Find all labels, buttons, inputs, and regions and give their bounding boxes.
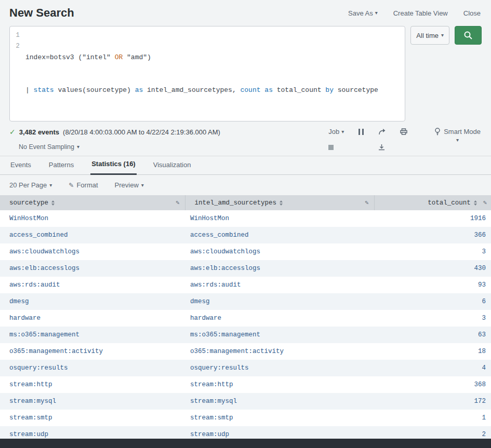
footer-bar — [0, 439, 491, 448]
column-header-sourcetype[interactable]: sourcetype ✎ — [0, 195, 185, 210]
events-line: ✓ 3,482 events (8/20/18 4:00:03.000 AM t… — [9, 128, 328, 136]
cell-sourcetype[interactable]: aws:rds:audit — [0, 277, 185, 293]
cell-total-count[interactable]: 1916 — [374, 210, 491, 227]
caret-down-icon: ▾ — [341, 129, 344, 134]
pencil-icon[interactable]: ✎ — [365, 199, 368, 207]
result-tabs: Events Patterns Statistics (16) Visualiz… — [0, 156, 491, 175]
cell-intel-amd-sourcetypes[interactable]: access_combined — [185, 227, 374, 243]
preview-dropdown[interactable]: Preview ▾ — [115, 181, 144, 189]
share-button[interactable] — [378, 128, 386, 135]
table-header-row: sourcetype ✎ intel_amd_sourcetypes ✎ tot… — [0, 195, 491, 210]
cell-intel-amd-sourcetypes[interactable]: WinHostMon — [185, 210, 374, 227]
cell-total-count[interactable]: 430 — [374, 260, 491, 277]
cell-sourcetype[interactable]: aws:cloudwatchlogs — [0, 243, 185, 260]
cell-total-count[interactable]: 18 — [374, 343, 491, 360]
cell-sourcetype[interactable]: ms:o365:management — [0, 327, 185, 343]
cell-intel-amd-sourcetypes[interactable]: osquery:results — [185, 360, 374, 376]
table-row: aws:rds:auditaws:rds:audit93 — [0, 277, 491, 293]
job-controls: Job ▾ — [328, 128, 407, 151]
cell-intel-amd-sourcetypes[interactable]: ms:o365:management — [185, 327, 374, 343]
tab-patterns[interactable]: Patterns — [48, 161, 75, 174]
cell-sourcetype[interactable]: access_combined — [0, 227, 185, 243]
column-header-total-count[interactable]: total_count ✎ — [374, 195, 491, 210]
table-row: stream:smtpstream:smtp1 — [0, 410, 491, 426]
preview-label: Preview — [115, 181, 139, 189]
query-segment: as — [264, 86, 273, 94]
checkmark-icon: ✓ — [9, 128, 16, 136]
table-row: o365:management:activityo365:management:… — [0, 343, 491, 360]
cell-intel-amd-sourcetypes[interactable]: hardware — [185, 310, 374, 327]
cell-sourcetype[interactable]: osquery:results — [0, 360, 185, 376]
cell-sourcetype[interactable]: o365:management:activity — [0, 343, 185, 360]
cell-total-count[interactable]: 63 — [374, 327, 491, 343]
cell-total-count[interactable]: 93 — [374, 277, 491, 293]
event-time-span: (8/20/18 4:00:03.000 AM to 4/22/24 2:19:… — [63, 128, 220, 136]
cell-intel-amd-sourcetypes[interactable]: aws:rds:audit — [185, 277, 374, 293]
page-title: New Search — [9, 6, 74, 20]
cell-sourcetype[interactable]: dmesg — [0, 293, 185, 310]
cell-intel-amd-sourcetypes[interactable]: stream:smtp — [185, 410, 374, 426]
create-table-view-button[interactable]: Create Table View — [393, 9, 448, 17]
time-range-picker[interactable]: All time ▾ — [410, 26, 449, 45]
save-as-button[interactable]: Save As ▾ — [348, 9, 378, 17]
pencil-icon: ✎ — [69, 182, 74, 189]
close-button[interactable]: Close — [463, 9, 481, 17]
cell-sourcetype[interactable]: hardware — [0, 310, 185, 327]
cell-total-count[interactable]: 368 — [374, 376, 491, 393]
tab-statistics[interactable]: Statistics (16) — [90, 160, 137, 175]
cell-total-count[interactable]: 6 — [374, 293, 491, 310]
print-icon — [400, 128, 407, 135]
per-page-dropdown[interactable]: 20 Per Page ▾ — [9, 181, 52, 189]
cell-intel-amd-sourcetypes[interactable]: o365:management:activity — [185, 343, 374, 360]
cell-total-count[interactable]: 3 — [374, 310, 491, 327]
query-segment: | — [25, 86, 34, 94]
tab-events[interactable]: Events — [9, 161, 32, 174]
stop-button[interactable] — [328, 145, 344, 150]
cell-sourcetype[interactable]: stream:smtp — [0, 410, 185, 426]
pencil-icon[interactable]: ✎ — [176, 199, 179, 207]
column-header-intel-amd-sourcetypes[interactable]: intel_amd_sourcetypes ✎ — [185, 195, 374, 210]
job-menu-button[interactable]: Job ▾ — [328, 128, 344, 135]
line-number-gutter: 1 2 — [10, 30, 25, 117]
tab-visualization[interactable]: Visualization — [152, 161, 192, 174]
query-line: | stats values(sourcetype) as intel_amd_… — [25, 85, 401, 96]
query-segment: total_count — [273, 86, 325, 94]
cell-intel-amd-sourcetypes[interactable]: stream:mysql — [185, 393, 374, 410]
cell-intel-amd-sourcetypes[interactable]: stream:http — [185, 376, 374, 393]
search-mode-dropdown[interactable]: Smart Mode ▾ — [434, 128, 481, 143]
cell-total-count[interactable]: 1 — [374, 410, 491, 426]
cell-total-count[interactable]: 4 — [374, 360, 491, 376]
top-actions: Save As ▾ Create Table View Close — [348, 9, 481, 17]
cell-sourcetype[interactable]: stream:mysql — [0, 393, 185, 410]
event-count: 3,482 events — [19, 128, 59, 136]
cell-total-count[interactable]: 366 — [374, 227, 491, 243]
sort-icon[interactable] — [280, 200, 283, 206]
query-segment: values(sourcetype) — [54, 86, 135, 94]
cell-sourcetype[interactable]: stream:http — [0, 376, 185, 393]
search-button[interactable] — [455, 26, 482, 45]
sort-icon[interactable] — [51, 200, 55, 206]
query-segment: sourcetype — [334, 86, 378, 94]
job-label: Job — [328, 128, 339, 135]
pause-button[interactable] — [359, 129, 364, 135]
export-button[interactable] — [378, 144, 386, 151]
cell-total-count[interactable]: 3 — [374, 243, 491, 260]
cell-intel-amd-sourcetypes[interactable]: aws:cloudwatchlogs — [185, 243, 374, 260]
cell-total-count[interactable]: 172 — [374, 393, 491, 410]
cell-sourcetype[interactable]: WinHostMon — [0, 210, 185, 227]
sort-icon[interactable] — [474, 200, 477, 206]
event-sampling-dropdown[interactable]: No Event Sampling ▾ — [19, 143, 79, 151]
top-bar: New Search Save As ▾ Create Table View C… — [0, 0, 491, 25]
query-segment: as — [135, 86, 143, 94]
print-button[interactable] — [400, 128, 407, 135]
format-button[interactable]: ✎ Format — [69, 181, 98, 189]
cell-sourcetype[interactable]: aws:elb:accesslogs — [0, 260, 185, 277]
search-input[interactable]: 1 2 index=botsv3 ("intel" OR "amd") | st… — [9, 26, 405, 121]
table-toolbar: 20 Per Page ▾ ✎ Format Preview ▾ — [0, 175, 491, 195]
pencil-icon[interactable]: ✎ — [483, 199, 487, 207]
per-page-label: 20 Per Page — [9, 181, 47, 189]
caret-down-icon: ▾ — [77, 144, 79, 150]
cell-intel-amd-sourcetypes[interactable]: dmesg — [185, 293, 374, 310]
cell-intel-amd-sourcetypes[interactable]: aws:elb:accesslogs — [185, 260, 374, 277]
caret-down-icon: ▾ — [141, 183, 144, 188]
